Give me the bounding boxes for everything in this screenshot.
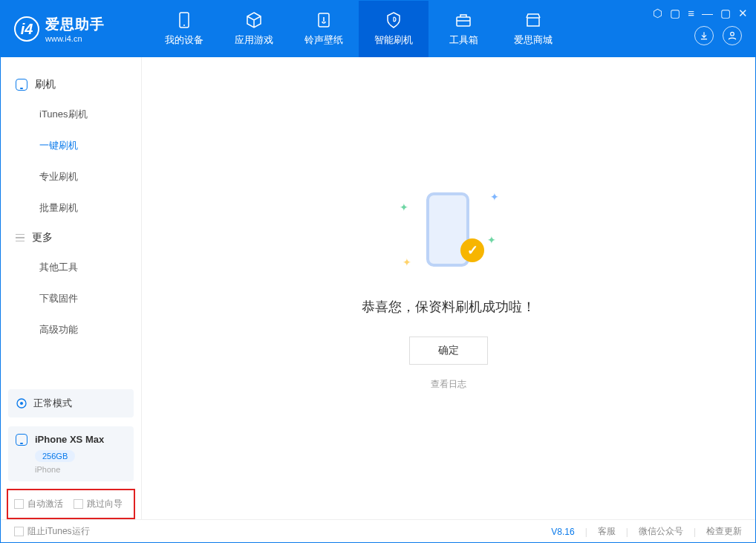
download-icon [699, 30, 709, 41]
mode-label: 正常模式 [33, 397, 72, 410]
svg-point-6 [20, 402, 23, 405]
checkbox-block-itunes[interactable]: 阻止iTunes运行 [14, 525, 90, 538]
tab-label: 智能刷机 [374, 33, 413, 47]
nav-tabs: 我的设备 应用游戏 铃声壁纸 智能刷机 工具箱 爱思商城 [149, 1, 568, 57]
phone-icon [175, 11, 193, 29]
sidebar-item-itunes-flash[interactable]: iTunes刷机 [1, 99, 141, 130]
music-file-icon [315, 11, 333, 29]
svg-point-4 [731, 32, 734, 36]
wechat-link[interactable]: 微信公众号 [639, 525, 683, 538]
separator: | [694, 527, 696, 537]
feedback-icon[interactable]: ▢ [670, 7, 680, 20]
tab-label: 爱思商城 [514, 33, 553, 47]
device-type: iPhone [35, 465, 104, 474]
checkbox-label: 自动激活 [27, 498, 63, 510]
tab-store[interactable]: 爱思商城 [498, 1, 568, 57]
footer-right: V8.16 | 客服 | 微信公众号 | 检查更新 [551, 525, 742, 538]
device-icon [16, 434, 27, 446]
sparkle-icon: ✦ [403, 256, 411, 268]
app-logo-icon: i4 [14, 16, 39, 42]
group-title: 更多 [32, 231, 53, 244]
mode-icon [16, 397, 27, 409]
customer-service-link[interactable]: 客服 [598, 525, 616, 538]
download-button[interactable] [694, 26, 714, 45]
checkbox-skip-guide[interactable]: 跳过向导 [74, 498, 123, 510]
device-name: iPhone XS Max [35, 434, 104, 445]
logo-area: i4 爱思助手 www.i4.cn [1, 15, 149, 43]
app-title: 爱思助手 [45, 15, 105, 34]
header-right-icons [694, 26, 742, 45]
footer: 阻止iTunes运行 V8.16 | 客服 | 微信公众号 | 检查更新 [1, 519, 755, 543]
shield-icon [385, 11, 403, 29]
user-button[interactable] [723, 26, 742, 45]
tab-my-device[interactable]: 我的设备 [149, 1, 219, 57]
sidebar: 刷机 iTunes刷机 一键刷机 专业刷机 批量刷机 更多 其他工具 下载固件 … [1, 57, 142, 519]
tab-smart-flash[interactable]: 智能刷机 [359, 1, 428, 57]
sparkle-icon: ✦ [487, 234, 496, 246]
checkbox-label: 阻止iTunes运行 [27, 525, 90, 538]
menu-icon[interactable]: ≡ [688, 7, 694, 20]
cube-icon [245, 11, 263, 29]
checkbox-icon [14, 527, 24, 536]
logo-text: 爱思助手 www.i4.cn [45, 15, 105, 43]
success-message: 恭喜您，保资料刷机成功啦！ [362, 298, 535, 316]
check-badge-icon: ✓ [460, 238, 484, 262]
main-content: ✦ ✦ ✦ ✦ ✓ 恭喜您，保资料刷机成功啦！ 确定 查看日志 [142, 57, 755, 519]
footer-left: 阻止iTunes运行 [14, 525, 90, 538]
highlighted-options: 自动激活 跳过向导 [7, 489, 135, 519]
list-icon [16, 234, 25, 242]
device-box[interactable]: iPhone XS Max 256GB iPhone [8, 426, 134, 481]
close-button[interactable]: ✕ [738, 7, 748, 20]
sidebar-item-download-firmware[interactable]: 下载固件 [1, 283, 141, 314]
mode-box[interactable]: 正常模式 [8, 389, 134, 417]
device-info: iPhone XS Max 256GB iPhone [35, 434, 104, 474]
success-illustration: ✦ ✦ ✦ ✦ ✓ [404, 186, 493, 276]
sidebar-item-oneclick-flash[interactable]: 一键刷机 [1, 130, 141, 161]
separator: | [585, 527, 587, 537]
store-icon [524, 11, 542, 29]
tab-toolbox[interactable]: 工具箱 [428, 1, 498, 57]
checkbox-auto-activate[interactable]: 自动激活 [14, 498, 63, 510]
checkbox-icon [74, 499, 83, 509]
svg-point-1 [183, 25, 185, 26]
app-url: www.i4.cn [45, 34, 105, 43]
tab-apps-games[interactable]: 应用游戏 [219, 1, 289, 57]
sidebar-group-more: 更多 [1, 224, 141, 252]
sparkle-icon: ✦ [400, 201, 408, 213]
check-update-link[interactable]: 检查更新 [706, 525, 742, 538]
group-title: 刷机 [35, 78, 56, 91]
app-header: i4 爱思助手 www.i4.cn 我的设备 应用游戏 铃声壁纸 智能刷机 工具… [1, 1, 755, 57]
device-small-icon [16, 79, 27, 91]
sidebar-item-batch-flash[interactable]: 批量刷机 [1, 192, 141, 224]
sparkle-icon: ✦ [490, 191, 499, 203]
sidebar-item-advanced[interactable]: 高级功能 [1, 314, 141, 345]
body-area: 刷机 iTunes刷机 一键刷机 专业刷机 批量刷机 更多 其他工具 下载固件 … [1, 57, 755, 519]
tab-ringtones-wallpapers[interactable]: 铃声壁纸 [289, 1, 359, 57]
tab-label: 应用游戏 [235, 33, 273, 47]
device-capacity: 256GB [35, 450, 75, 462]
sidebar-group-flash: 刷机 [1, 71, 141, 99]
checkbox-icon [14, 499, 24, 509]
version-label: V8.16 [551, 527, 574, 537]
maximize-button[interactable]: ▢ [720, 7, 731, 20]
tab-label: 铃声壁纸 [304, 33, 343, 47]
checkbox-label: 跳过向导 [87, 498, 123, 510]
ok-button[interactable]: 确定 [409, 336, 488, 365]
separator: | [626, 527, 628, 537]
toolbox-icon [454, 11, 472, 29]
view-log-link[interactable]: 查看日志 [431, 378, 466, 391]
tab-label: 工具箱 [449, 33, 478, 47]
sidebar-item-pro-flash[interactable]: 专业刷机 [1, 161, 141, 192]
shirt-icon[interactable]: ⬡ [653, 7, 662, 20]
svg-rect-3 [457, 17, 470, 26]
tab-label: 我的设备 [165, 33, 203, 47]
window-controls: ⬡ ▢ ≡ — ▢ ✕ [653, 7, 748, 20]
minimize-button[interactable]: — [702, 7, 713, 20]
user-icon [727, 30, 737, 41]
sidebar-item-other-tools[interactable]: 其他工具 [1, 252, 141, 283]
